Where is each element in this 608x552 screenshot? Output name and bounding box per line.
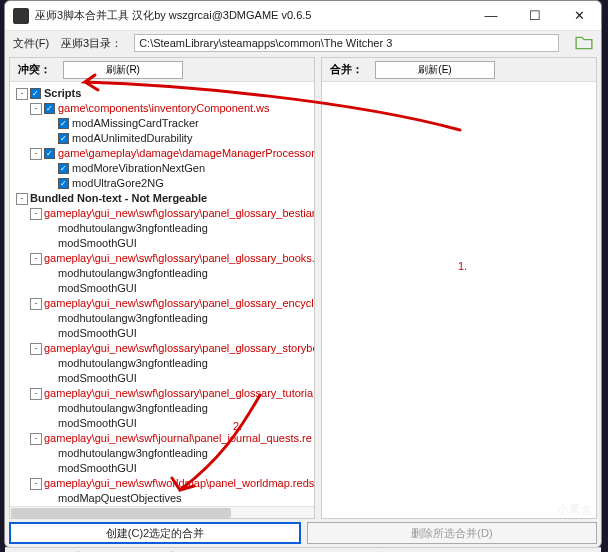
expand-icon[interactable]: - [30,103,42,115]
checkbox[interactable] [30,88,41,99]
tree-node[interactable]: modSmoothGUI [12,236,312,251]
tree-node[interactable]: modhutoulangw3ngfontleading [12,446,312,461]
conflicts-tree[interactable]: -Scripts-game\components\inventoryCompon… [10,82,314,506]
tree-label: game\components\inventoryComponent.ws [58,101,270,116]
expand-icon[interactable]: - [30,433,42,445]
delete-merge-button: 删除所选合并(D) [307,522,597,544]
tree-node[interactable]: -gameplay\gui_new\swf\journal\panel_jour… [12,431,312,446]
app-window: 巫师3脚本合并工具 汉化by wszgrcai@3DMGAME v0.6.5 —… [4,0,602,548]
tree-node[interactable]: modSmoothGUI [12,371,312,386]
maximize-button[interactable]: ☐ [513,1,557,30]
menubar: 文件(F) 巫师3目录： C:\SteamLibrary\steamapps\c… [5,31,601,55]
minimize-button[interactable]: — [469,1,513,30]
merges-tree[interactable] [322,82,596,518]
expand-icon [44,448,56,460]
tree-node[interactable]: modSmoothGUI [12,461,312,476]
tree-node[interactable]: modAUnlimitedDurability [12,131,312,146]
tree-label: modSmoothGUI [58,326,137,341]
expand-icon [44,373,56,385]
expand-icon [44,358,56,370]
expand-icon [44,328,56,340]
merges-panel: 合并： 刷新(E) [321,57,597,519]
expand-icon [44,178,56,190]
tree-node[interactable]: -game\components\inventoryComponent.ws [12,101,312,116]
tree-label: modhutoulangw3ngfontleading [58,311,208,326]
refresh-conflicts-button[interactable]: 刷新(R) [63,61,183,79]
tree-node[interactable]: -gameplay\gui_new\swf\worldmap\panel_wor… [12,476,312,491]
tree-node[interactable]: -gameplay\gui_new\swf\glossary\panel_glo… [12,206,312,221]
create-merge-button[interactable]: 创建(C)2选定的合并 [9,522,301,544]
menu-file[interactable]: 文件(F) [13,36,49,51]
checkbox[interactable] [58,133,69,144]
tree-node[interactable]: -gameplay\gui_new\swf\glossary\panel_glo… [12,386,312,401]
expand-icon [44,493,56,505]
conflicts-panel: 冲突： 刷新(R) -Scripts-game\components\inven… [9,57,315,519]
tree-node[interactable]: modSmoothGUI [12,326,312,341]
tree-label: modSmoothGUI [58,371,137,386]
app-icon [13,8,29,24]
tree-label: gameplay\gui_new\swf\glossary\panel_glos… [44,251,314,266]
dir-label: 巫师3目录： [61,36,122,51]
tree-label: modhutoulangw3ngfontleading [58,356,208,371]
horizontal-scrollbar[interactable] [10,506,314,518]
checkbox[interactable] [58,118,69,129]
expand-icon[interactable]: - [16,88,28,100]
checkbox[interactable] [44,148,55,159]
tree-node[interactable]: modhutoulangw3ngfontleading [12,356,312,371]
tree-label: Scripts [44,86,81,101]
expand-icon [44,118,56,130]
expand-icon [44,268,56,280]
refresh-merges-button[interactable]: 刷新(E) [375,61,495,79]
tree-label: modMapQuestObjectives [58,491,182,506]
expand-icon[interactable]: - [16,193,28,205]
tree-label: modhutoulangw3ngfontleading [58,446,208,461]
tree-node[interactable]: modhutoulangw3ngfontleading [12,221,312,236]
tree-node[interactable]: modhutoulangw3ngfontleading [12,401,312,416]
tree-label: modSmoothGUI [58,281,137,296]
tree-node[interactable]: modUltraGore2NG [12,176,312,191]
tree-label: modMoreVibrationNextGen [72,161,205,176]
tree-node[interactable]: -gameplay\gui_new\swf\glossary\panel_glo… [12,251,312,266]
expand-icon [44,163,56,175]
tree-node[interactable]: -gameplay\gui_new\swf\glossary\panel_glo… [12,296,312,311]
checkbox[interactable] [44,103,55,114]
tree-node[interactable]: modhutoulangw3ngfontleading [12,311,312,326]
tree-node[interactable]: -game\gameplay\damage\damageManagerProce… [12,146,312,161]
expand-icon [44,223,56,235]
expand-icon[interactable]: - [30,388,42,400]
tree-node[interactable]: -Scripts [12,86,312,101]
checkbox[interactable] [58,178,69,189]
browse-folder-icon[interactable] [575,35,593,51]
tree-node[interactable]: modMapQuestObjectives [12,491,312,506]
expand-icon [44,133,56,145]
expand-icon[interactable]: - [30,298,42,310]
tree-node[interactable]: modhutoulangw3ngfontleading [12,266,312,281]
expand-icon[interactable]: - [30,208,42,220]
path-input[interactable]: C:\SteamLibrary\steamapps\common\The Wit… [134,34,559,52]
expand-icon[interactable]: - [30,148,42,160]
expand-icon [44,463,56,475]
tree-label: gameplay\gui_new\swf\glossary\panel_glos… [44,296,314,311]
tree-label: modAMissingCardTracker [72,116,199,131]
checkbox[interactable] [58,163,69,174]
tree-node[interactable]: modSmoothGUI [12,281,312,296]
expand-icon[interactable]: - [30,478,42,490]
window-title: 巫师3脚本合并工具 汉化by wszgrcai@3DMGAME v0.6.5 [35,8,469,23]
tree-node[interactable]: -gameplay\gui_new\swf\glossary\panel_glo… [12,341,312,356]
merges-header: 合并： [330,62,363,77]
tree-node[interactable]: modMoreVibrationNextGen [12,161,312,176]
tree-label: gameplay\gui_new\swf\glossary\panel_glos… [44,386,313,401]
tree-label: modhutoulangw3ngfontleading [58,266,208,281]
expand-icon [44,313,56,325]
tree-node[interactable]: -Bundled Non-text - Not Mergeable [12,191,312,206]
tree-node[interactable]: modAMissingCardTracker [12,116,312,131]
tree-label: gameplay\gui_new\swf\journal\panel_journ… [44,431,312,446]
tree-label: modSmoothGUI [58,461,137,476]
expand-icon[interactable]: - [30,253,42,265]
expand-icon [44,283,56,295]
tree-label: modUltraGore2NG [72,176,164,191]
expand-icon [44,418,56,430]
close-button[interactable]: ✕ [557,1,601,30]
expand-icon[interactable]: - [30,343,42,355]
tree-node[interactable]: modSmoothGUI [12,416,312,431]
